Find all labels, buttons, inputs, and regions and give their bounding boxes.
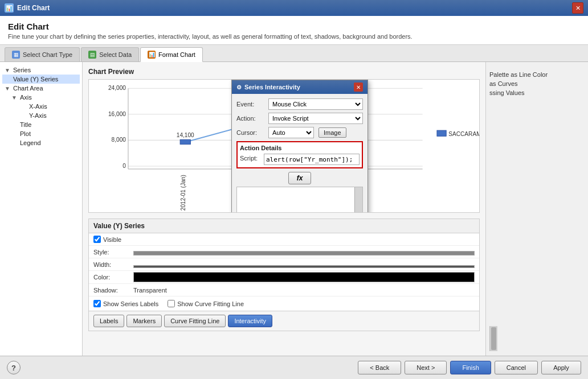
action-details-title: Action Details <box>240 145 360 151</box>
modal-title-bar: ⚙ Series Interactivity ✕ <box>232 80 368 94</box>
visible-checkbox[interactable] <box>93 236 101 243</box>
visible-row: Visible <box>89 233 479 246</box>
expand-axis: ▼ <box>11 94 18 101</box>
apply-button[interactable]: Apply <box>541 361 581 374</box>
right-option-1: Palette as Line Color <box>489 71 585 78</box>
right-option-3: ssing Values <box>489 89 585 96</box>
series-section-title: Value (Y) Series <box>89 219 479 233</box>
show-series-labels-checkbox[interactable] <box>93 300 101 307</box>
cursor-select[interactable]: Auto Default Pointer <box>268 127 314 138</box>
action-row: Action: Invoke Script Open URL None <box>236 113 363 124</box>
right-scrollbar[interactable] <box>489 326 497 351</box>
title-bar: 📊 Edit Chart ✕ <box>0 0 588 16</box>
tab-select-chart-type[interactable]: ▦ Select Chart Type <box>5 47 80 61</box>
fx-button[interactable]: fx <box>288 172 312 184</box>
tree-item-value-y-series[interactable]: Value (Y) Series <box>2 75 80 84</box>
close-button[interactable]: ✕ <box>572 2 583 14</box>
svg-text:0: 0 <box>122 163 126 169</box>
cursor-row: Cursor: Auto Default Pointer Image <box>236 127 363 138</box>
interactivity-modal: ⚙ Series Interactivity ✕ Event: Mouse Cl… <box>231 80 368 213</box>
title-bar-left: 📊 Edit Chart <box>5 3 50 13</box>
footer-left: ? <box>7 361 21 374</box>
tree-item-series[interactable]: ▼ Series <box>2 65 80 75</box>
main-content: ▼ Series Value (Y) Series ▼ Chart Area ▼… <box>0 62 588 356</box>
svg-text:8,000: 8,000 <box>112 137 126 143</box>
event-label: Event: <box>236 101 266 108</box>
tree-item-chart-area[interactable]: ▼ Chart Area <box>2 84 80 93</box>
action-label: Action: <box>236 115 266 122</box>
tree-item-y-axis[interactable]: Y-Axis <box>2 111 80 120</box>
footer-buttons: < Back Next > Finish Cancel Apply <box>358 361 581 374</box>
color-row: Color: <box>89 271 479 284</box>
tree-item-x-axis[interactable]: X-Axis <box>2 102 80 111</box>
image-button[interactable]: Image <box>318 127 346 138</box>
footer-help-button[interactable]: ? <box>7 361 21 374</box>
tree-item-legend[interactable]: Legend <box>2 138 80 147</box>
right-spacer <box>489 98 585 324</box>
script-label: Script: <box>240 154 262 162</box>
back-button[interactable]: < Back <box>358 361 401 374</box>
expand-chart-area: ▼ <box>5 85 11 92</box>
dialog-title: Edit Chart <box>8 22 580 31</box>
tree-item-plot[interactable]: Plot <box>2 129 80 138</box>
svg-text:24,000: 24,000 <box>108 85 126 91</box>
tree-item-axis[interactable]: ▼ Axis <box>2 93 80 102</box>
color-input[interactable] <box>133 272 475 282</box>
style-input[interactable] <box>133 251 475 256</box>
interactivity-button[interactable]: Interactivity <box>228 315 272 327</box>
shadow-label: Shadow: <box>93 287 133 294</box>
action-select[interactable]: Invoke Script Open URL None <box>268 113 363 124</box>
tree-panel: ▼ Series Value (Y) Series ▼ Chart Area ▼… <box>0 62 83 356</box>
style-label: Style: <box>93 249 133 256</box>
modal-scroll-area <box>236 187 363 213</box>
action-details-box: Action Details Script: <box>236 141 363 168</box>
markers-button[interactable]: Markers <box>126 315 162 327</box>
show-curve-fitting-checkbox[interactable] <box>168 300 175 307</box>
select-data-icon: ▤ <box>88 51 96 59</box>
dialog-subtitle: Fine tune your chart by defining the ser… <box>8 33 580 40</box>
finish-button[interactable]: Finish <box>450 361 491 374</box>
cursor-label: Cursor: <box>236 129 266 136</box>
chart-area: 24,000 16,000 8,000 0 <box>88 79 480 213</box>
width-label: Width: <box>93 261 133 268</box>
event-select[interactable]: Mouse Click Mouse Over Mouse Out <box>268 98 363 110</box>
svg-rect-16 <box>437 130 446 136</box>
chart-preview-label: Chart Preview <box>88 68 480 76</box>
color-label: Color: <box>93 274 133 281</box>
tab-select-data[interactable]: ▤ Select Data <box>81 47 139 61</box>
next-button[interactable]: Next > <box>405 361 447 374</box>
labels-button[interactable]: Labels <box>93 315 124 327</box>
cancel-button[interactable]: Cancel <box>495 361 538 374</box>
dialog-footer: ? < Back Next > Finish Cancel Apply <box>0 356 588 379</box>
tree-item-title[interactable]: Title <box>2 120 80 129</box>
svg-rect-10 <box>180 139 190 144</box>
modal-scrollbar[interactable] <box>354 187 362 213</box>
script-input[interactable] <box>264 154 360 165</box>
modal-close-button[interactable]: ✕ <box>354 83 363 92</box>
right-options-panel: Palette as Line Color as Curves ssing Va… <box>485 62 588 356</box>
series-buttons: Labels Markers Curve Fitting Line Intera… <box>89 311 479 331</box>
show-series-labels-label[interactable]: Show Series Labels <box>93 300 158 307</box>
dialog-body: Edit Chart Fine tune your chart by defin… <box>0 16 588 379</box>
shadow-row: Shadow: Transparent <box>89 284 479 296</box>
show-curve-fitting-label[interactable]: Show Curve Fitting Line <box>168 300 244 307</box>
app-icon: 📊 <box>5 3 14 13</box>
svg-text:14,100: 14,100 <box>177 132 194 138</box>
svg-text:2012-01 (Jan): 2012-01 (Jan) <box>180 175 186 211</box>
dialog-header: Edit Chart Fine tune your chart by defin… <box>0 16 588 45</box>
svg-text:SACCARAM Y: SACCARAM Y <box>448 131 479 137</box>
scrollbar-thumb[interactable] <box>491 327 496 350</box>
curve-fitting-button[interactable]: Curve Fitting Line <box>164 315 226 327</box>
window-title: Edit Chart <box>17 4 50 12</box>
chart-type-icon: ▦ <box>12 51 20 59</box>
expand-value-y <box>5 76 11 83</box>
series-section: Value (Y) Series Visible Style: Width: C… <box>88 219 480 331</box>
event-row: Event: Mouse Click Mouse Over Mouse Out <box>236 98 363 110</box>
tab-format-chart[interactable]: 📊 Format Chart <box>140 47 203 62</box>
content-panel: Chart Preview 24,000 16,000 8,000 0 <box>83 62 485 356</box>
right-option-2: as Curves <box>489 80 585 87</box>
expand-series: ▼ <box>5 67 11 73</box>
tabs-bar: ▦ Select Chart Type ▤ Select Data 📊 Form… <box>0 45 588 62</box>
checkboxes-row: Show Series Labels Show Curve Fitting Li… <box>89 296 479 311</box>
width-input[interactable] <box>133 265 475 268</box>
